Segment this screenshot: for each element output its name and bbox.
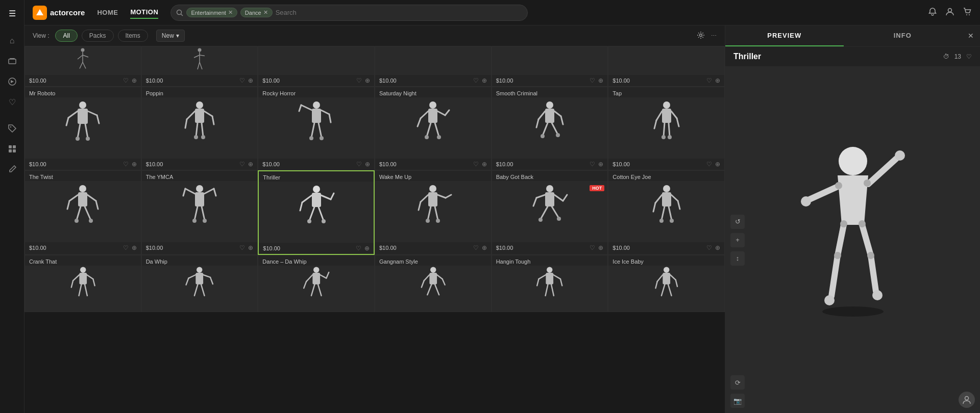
item-card-tap[interactable]: Tap	[608, 87, 725, 170]
item-card-da-whip[interactable]: Da Whip	[141, 255, 258, 312]
add-action-icon[interactable]: ⊕	[132, 244, 137, 251]
heart-action-icon[interactable]: ♡	[590, 161, 595, 168]
add-action-icon[interactable]: ⊕	[248, 244, 253, 251]
item-card-thriller[interactable]: Thriller	[258, 170, 375, 255]
heart-action-icon[interactable]: ♡	[706, 77, 712, 84]
item-card-partial-6[interactable]: $10.00 ♡ ⊕	[608, 46, 725, 87]
item-card-poppin[interactable]: Poppin	[141, 87, 258, 170]
preview-heart-icon[interactable]: ♡	[966, 53, 972, 60]
item-card-partial-4[interactable]: $10.00 ♡ ⊕	[375, 46, 492, 87]
add-action-icon[interactable]: ⊕	[132, 161, 137, 168]
rotate-icon[interactable]: ↺	[730, 215, 745, 229]
filter-items-btn[interactable]: Items	[118, 30, 148, 42]
layers-icon[interactable]	[3, 52, 21, 70]
heart-action-icon[interactable]: ♡	[590, 244, 595, 251]
cart-icon[interactable]	[963, 7, 972, 18]
user-icon[interactable]	[945, 7, 954, 18]
heart-action-icon[interactable]: ♡	[706, 244, 712, 251]
bell-icon[interactable]	[928, 7, 937, 18]
item-card-gangnam-style[interactable]: Gangnam Style	[375, 255, 492, 312]
item-card-the-twist[interactable]: The Twist	[24, 170, 141, 255]
heart-action-icon[interactable]: ♡	[590, 77, 595, 84]
heart-action-icon[interactable]: ♡	[239, 244, 245, 251]
heart-action-icon[interactable]: ♡	[123, 77, 129, 84]
sort-dropdown[interactable]: New ▾	[156, 30, 185, 42]
nav-home[interactable]: HOME	[97, 7, 118, 18]
heart-action-icon[interactable]: ♡	[706, 161, 712, 168]
item-card-dance-da-whip[interactable]: Dance – Da Whip	[258, 255, 375, 312]
add-action-icon[interactable]: ⊕	[248, 161, 253, 168]
heart-icon[interactable]: ♡	[3, 93, 21, 111]
add-action-icon[interactable]: ⊕	[132, 77, 137, 84]
gear-icon[interactable]	[697, 31, 705, 41]
svg-line-93	[77, 206, 81, 220]
item-card-mr-roboto[interactable]: Mr Roboto	[24, 87, 141, 170]
add-action-icon[interactable]: ⊕	[482, 161, 487, 168]
svg-line-83	[664, 123, 665, 137]
item-card-rocky-horror[interactable]: Rocky Horror	[258, 87, 375, 170]
item-card-partial-5[interactable]: $10.00 ♡ ⊕	[492, 46, 608, 87]
item-card-wake-me-up[interactable]: Wake Me Up	[375, 170, 492, 255]
heart-action-icon[interactable]: ♡	[356, 245, 361, 252]
apps-icon[interactable]	[3, 140, 21, 158]
heart-action-icon[interactable]: ♡	[123, 244, 129, 251]
add-action-icon[interactable]: ⊕	[365, 161, 370, 168]
item-card-hangin-tough[interactable]: Hangin Tough	[492, 255, 608, 312]
item-card-saturday-night[interactable]: Saturday Night	[375, 87, 492, 170]
card-footer: $10.00 ♡ ⊕	[25, 159, 141, 170]
close-icon[interactable]: ✕	[962, 25, 980, 46]
menu-icon[interactable]: ☰	[3, 4, 21, 22]
item-card-crank-that[interactable]: Crank That	[24, 255, 141, 312]
brush-icon[interactable]	[3, 160, 21, 178]
logo[interactable]: actorcore	[33, 6, 85, 20]
item-card-ice-ice-baby[interactable]: Ice Ice Baby	[608, 255, 725, 312]
tab-info[interactable]: INFO	[844, 25, 962, 46]
add-action-icon[interactable]: ⊕	[482, 77, 487, 84]
heart-action-icon[interactable]: ♡	[239, 161, 245, 168]
add-action-icon[interactable]: ⊕	[715, 244, 720, 251]
zoom-in-icon[interactable]: +	[730, 233, 745, 247]
add-action-icon[interactable]: ⊕	[598, 244, 603, 251]
nav-motion[interactable]: MOTION	[130, 6, 158, 19]
add-action-icon[interactable]: ⊕	[364, 245, 370, 252]
add-action-icon[interactable]: ⊕	[598, 77, 603, 84]
add-action-icon[interactable]: ⊕	[482, 244, 487, 251]
heart-action-icon[interactable]: ♡	[123, 161, 129, 168]
item-card-baby-got-back[interactable]: HOT Baby Got Back	[492, 170, 608, 255]
filter-tag-dance-remove[interactable]: ✕	[263, 9, 268, 16]
tag-icon[interactable]	[3, 119, 21, 138]
heart-action-icon[interactable]: ♡	[239, 77, 245, 84]
heart-action-icon[interactable]: ♡	[473, 161, 479, 168]
filter-tag-entertainment[interactable]: Entertainment ✕	[186, 8, 237, 17]
tab-preview[interactable]: PREVIEW	[725, 25, 844, 46]
motions-icon[interactable]	[3, 72, 21, 91]
item-card-the-ymca[interactable]: The YMCA	[141, 170, 258, 255]
refresh-icon[interactable]: ⟳	[730, 375, 745, 390]
camera-icon[interactable]: 📷	[730, 394, 745, 408]
filter-tag-dance[interactable]: Dance ✕	[240, 8, 273, 17]
item-card-partial-2[interactable]: $10.00 ♡ ⊕	[141, 46, 258, 87]
filter-packs-btn[interactable]: Packs	[82, 30, 114, 42]
add-action-icon[interactable]: ⊕	[715, 77, 720, 84]
item-card-partial-3[interactable]: $10.00 ♡ ⊕	[258, 46, 375, 87]
heart-action-icon[interactable]: ♡	[356, 161, 362, 168]
add-action-icon[interactable]: ⊕	[715, 161, 720, 168]
filter-tag-entertainment-remove[interactable]: ✕	[228, 9, 233, 16]
avatar[interactable]	[959, 392, 975, 408]
add-action-icon[interactable]: ⊕	[365, 77, 370, 84]
add-action-icon[interactable]: ⊕	[598, 161, 603, 168]
filter-all-btn[interactable]: All	[55, 30, 77, 42]
heart-action-icon[interactable]: ♡	[473, 77, 479, 84]
item-card-cotton-eye-joe[interactable]: Cotton Eye Joe	[608, 170, 725, 255]
zoom-reset-icon[interactable]: ↕	[730, 251, 745, 266]
home-icon[interactable]: ⌂	[3, 32, 21, 50]
svg-line-144	[669, 206, 672, 220]
add-action-icon[interactable]: ⊕	[248, 77, 253, 84]
svg-line-141	[671, 195, 678, 201]
svg-point-12	[966, 14, 967, 15]
item-card-smooth-criminal[interactable]: Smooth Criminal	[492, 87, 608, 170]
heart-action-icon[interactable]: ♡	[473, 244, 479, 251]
item-card-partial-1[interactable]: $10.00 ♡ ⊕	[24, 46, 141, 87]
heart-action-icon[interactable]: ♡	[356, 77, 362, 84]
search-input[interactable]	[276, 9, 523, 16]
